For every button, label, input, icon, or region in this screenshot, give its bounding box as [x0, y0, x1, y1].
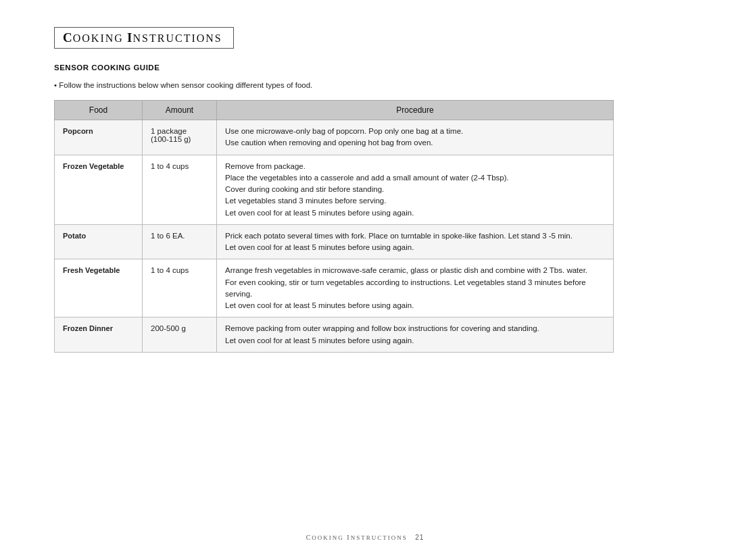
- col-header-procedure: Procedure: [217, 101, 614, 120]
- amount-cell: 1 package(100-115 g): [143, 120, 217, 155]
- amount-cell: 1 to 6 EA.: [143, 224, 217, 259]
- amount-cell: 200-500 g: [143, 317, 217, 353]
- footer-label: COOKING INSTRUCTIONS: [306, 534, 408, 541]
- table-row: Fresh Vegetable1 to 4 cupsArrange fresh …: [55, 259, 614, 317]
- page-number: 21: [415, 534, 424, 541]
- food-cell: Frozen Dinner: [55, 317, 143, 353]
- food-cell: Fresh Vegetable: [55, 259, 143, 317]
- section-heading: SENSOR COOKING GUIDE: [54, 63, 676, 72]
- page-title: COOKING INSTRUCTIONS: [63, 30, 222, 45]
- table-row: Frozen Vegetable1 to 4 cupsRemove from p…: [55, 155, 614, 224]
- sensor-cooking-table: Food Amount Procedure Popcorn1 package(1…: [54, 100, 614, 353]
- procedure-cell: Remove from package.Place the vegetables…: [217, 155, 614, 224]
- col-header-food: Food: [55, 101, 143, 120]
- table-header-row: Food Amount Procedure: [55, 101, 614, 120]
- procedure-cell: Prick each potato several times with for…: [217, 224, 614, 259]
- food-cell: Potato: [55, 224, 143, 259]
- page: COOKING INSTRUCTIONS SENSOR COOKING GUID…: [0, 0, 730, 560]
- table-row: Frozen Dinner200-500 gRemove packing fro…: [55, 317, 614, 353]
- procedure-cell: Arrange fresh vegetables in microwave-sa…: [217, 259, 614, 317]
- col-header-amount: Amount: [143, 101, 217, 120]
- procedure-cell: Remove packing from outer wrapping and f…: [217, 317, 614, 353]
- title-box: COOKING INSTRUCTIONS: [54, 27, 234, 49]
- amount-cell: 1 to 4 cups: [143, 155, 217, 224]
- food-cell: Popcorn: [55, 120, 143, 155]
- food-cell: Frozen Vegetable: [55, 155, 143, 224]
- table-row: Popcorn1 package(100-115 g)Use one micro…: [55, 120, 614, 155]
- amount-cell: 1 to 4 cups: [143, 259, 217, 317]
- table-row: Potato1 to 6 EA.Prick each potato severa…: [55, 224, 614, 259]
- page-footer: COOKING INSTRUCTIONS 21: [0, 534, 730, 541]
- intro-text: Follow the instructions below when senso…: [54, 81, 676, 89]
- procedure-cell: Use one microwave-only bag of popcorn. P…: [217, 120, 614, 155]
